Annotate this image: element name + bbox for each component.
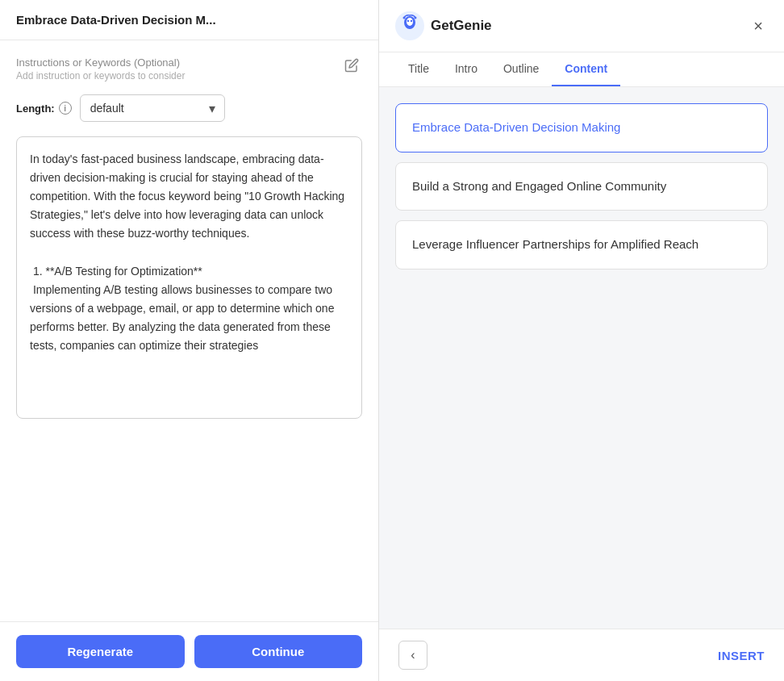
instructions-sub: Add instruction or keywords to consider	[16, 70, 362, 81]
logo-text: GetGenie	[431, 18, 492, 34]
instructions-label: Instructions or Keywords (Optional)	[16, 56, 362, 69]
tab-outline[interactable]: Outline	[490, 52, 552, 86]
tab-title[interactable]: Title	[395, 52, 442, 86]
right-panel: GetGenie × Title Intro Outline Content E…	[379, 0, 784, 681]
svg-point-4	[411, 20, 412, 22]
content-text-box: In today's fast-paced business landscape…	[16, 136, 362, 419]
length-label: Length: i	[16, 102, 72, 115]
left-panel-header: Embrace Data-Driven Decision M...	[0, 0, 378, 40]
logo-area: GetGenie	[395, 11, 492, 40]
tabs-row: Title Intro Outline Content	[379, 52, 784, 87]
close-button[interactable]: ×	[749, 15, 768, 37]
instructions-optional: (Optional)	[134, 56, 180, 69]
left-panel: Embrace Data-Driven Decision M... Instru…	[0, 0, 379, 681]
length-select[interactable]: default short medium long	[80, 94, 225, 122]
content-card-1[interactable]: Embrace Data-Driven Decision Making	[395, 103, 768, 152]
right-header: GetGenie ×	[379, 0, 784, 52]
svg-point-2	[407, 18, 413, 26]
right-content: Embrace Data-Driven Decision Making Buil…	[379, 87, 784, 629]
continue-button[interactable]: Continue	[194, 635, 363, 668]
edit-icon-button[interactable]	[341, 55, 362, 79]
length-row: Length: i default short medium long	[16, 94, 362, 122]
prev-button[interactable]: ‹	[398, 641, 427, 670]
length-info-icon[interactable]: i	[59, 102, 72, 115]
content-card-2[interactable]: Build a Strong and Engaged Online Commun…	[395, 162, 768, 211]
tab-intro[interactable]: Intro	[442, 52, 490, 86]
logo-icon	[395, 11, 424, 40]
svg-point-5	[403, 17, 406, 19]
content-card-3[interactable]: Leverage Influencer Partnerships for Amp…	[395, 220, 768, 269]
left-panel-content: Instructions or Keywords (Optional) Add …	[0, 40, 378, 621]
length-select-wrapper: default short medium long	[80, 94, 225, 122]
svg-point-3	[407, 20, 409, 22]
insert-button[interactable]: INSERT	[718, 649, 765, 662]
svg-point-6	[415, 17, 417, 19]
tab-content[interactable]: Content	[552, 52, 620, 86]
left-footer: Regenerate Continue	[0, 621, 378, 681]
regenerate-button[interactable]: Regenerate	[16, 635, 185, 668]
right-footer: ‹ INSERT	[379, 629, 784, 681]
